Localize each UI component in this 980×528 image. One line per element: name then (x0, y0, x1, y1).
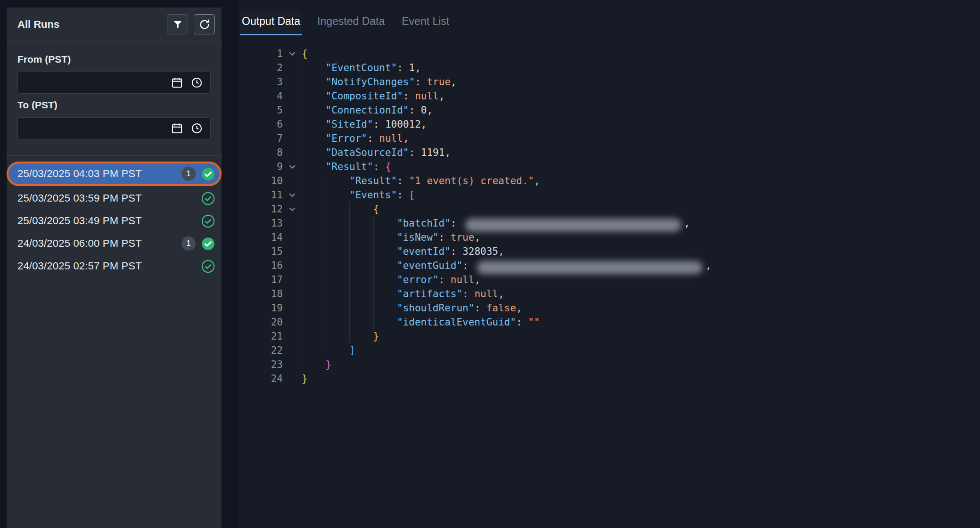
redacted-value-blur (465, 219, 681, 232)
code-text: "shouldRerun": false, (302, 301, 522, 315)
from-label: From (PST) (17, 54, 211, 65)
line-number: 19 (238, 301, 283, 315)
code-text: { (302, 202, 379, 216)
sidebar-title: All Runs (17, 18, 161, 31)
code-line: 17"error": null, (238, 273, 980, 287)
code-line: 2"EventCount": 1, (238, 61, 980, 75)
calendar-icon[interactable] (171, 122, 183, 135)
line-number: 8 (238, 146, 283, 160)
fold-spacer (283, 174, 302, 188)
fold-chevron-icon[interactable] (283, 188, 302, 202)
tab-output-data[interactable]: Output Data (240, 11, 302, 35)
code-text: "EventCount": 1, (302, 61, 421, 75)
line-number: 21 (238, 329, 283, 343)
code-text: "Error": null, (302, 131, 409, 146)
fold-spacer (283, 89, 302, 103)
code-line: 5"ConnectionId": 0, (238, 103, 980, 117)
run-list-item-selected[interactable]: 25/03/2025 04:03 PM PST1 (7, 162, 222, 186)
fold-spacer (283, 117, 302, 131)
line-number: 4 (238, 89, 283, 103)
fold-spacer (283, 230, 302, 244)
fold-spacer (283, 372, 302, 386)
line-number: 9 (238, 160, 283, 174)
status-check-icon (201, 167, 215, 181)
filter-button[interactable] (167, 14, 188, 34)
fold-spacer (283, 329, 302, 343)
tab-event-list[interactable]: Event List (400, 11, 451, 35)
fold-spacer (283, 216, 302, 230)
code-text: } (302, 372, 308, 386)
code-text: ] (302, 343, 355, 357)
line-number: 17 (238, 273, 283, 287)
line-number: 11 (238, 188, 283, 202)
run-timestamp: 24/03/2025 06:00 PM PST (17, 237, 142, 250)
code-line: 3"NotifyChanges": true, (238, 75, 980, 89)
fold-chevron-icon[interactable] (283, 47, 302, 61)
status-check-icon (201, 192, 215, 205)
fold-spacer (283, 259, 302, 273)
line-number: 7 (238, 131, 283, 146)
status-check-icon (201, 214, 215, 228)
json-output-viewer: 1{2"EventCount": 1,3"NotifyChanges": tru… (238, 47, 980, 386)
code-line: 9"Result": { (238, 160, 980, 174)
code-line: 8"DataSourceId": 1191, (238, 146, 980, 160)
line-number: 20 (238, 315, 283, 329)
to-date-input[interactable] (18, 123, 171, 134)
code-text: } (302, 329, 379, 343)
run-list-item[interactable]: 25/03/2025 03:59 PM PST (7, 187, 222, 210)
line-number: 6 (238, 117, 283, 131)
fold-spacer (283, 343, 302, 357)
code-line: 14"isNew": true, (238, 230, 980, 244)
code-text: "Events": [ (302, 188, 415, 202)
runs-sidebar: All Runs From (PST) To (PST) (7, 8, 222, 528)
fold-chevron-icon[interactable] (283, 160, 302, 174)
run-list-item[interactable]: 24/03/2025 02:57 PM PST (7, 255, 222, 277)
code-line: 4"CompositeId": null, (238, 89, 980, 103)
fold-spacer (283, 301, 302, 315)
sidebar-header: All Runs (7, 8, 222, 41)
line-number: 22 (238, 343, 283, 357)
code-line: 18"artifacts": null, (238, 287, 980, 301)
run-timestamp: 24/03/2025 02:57 PM PST (17, 260, 142, 272)
code-text: "DataSourceId": 1191, (302, 146, 451, 160)
line-number: 2 (238, 61, 283, 75)
date-filter-form: From (PST) To (PST) (7, 41, 222, 156)
fold-spacer (283, 75, 302, 89)
code-line: 20"identicalEventGuid": "" (238, 315, 980, 329)
calendar-icon[interactable] (171, 76, 183, 89)
line-number: 10 (238, 174, 283, 188)
code-line: 13"batchId": , (238, 216, 980, 230)
code-text: "Result": { (302, 160, 391, 174)
code-line: 19"shouldRerun": false, (238, 301, 980, 315)
code-line: 12{ (238, 202, 980, 216)
fold-spacer (283, 146, 302, 160)
filter-funnel-icon (173, 19, 183, 30)
code-line: 23} (238, 357, 980, 372)
code-text: "isNew": true, (302, 230, 480, 244)
fold-spacer (283, 61, 302, 75)
fold-chevron-icon[interactable] (283, 202, 302, 216)
code-text: "CompositeId": null, (302, 89, 445, 103)
from-date-input[interactable] (18, 77, 171, 88)
code-line: 10"Result": "1 event(s) created.", (238, 174, 980, 188)
line-number: 3 (238, 75, 283, 89)
run-list-item[interactable]: 25/03/2025 03:49 PM PST (7, 210, 222, 232)
fold-spacer (283, 357, 302, 372)
code-line: 16"eventGuid": , (238, 259, 980, 273)
tab-ingested-data[interactable]: Ingested Data (315, 11, 387, 35)
line-number: 1 (238, 47, 283, 61)
fold-spacer (283, 287, 302, 301)
run-list-item[interactable]: 24/03/2025 06:00 PM PST1 (7, 232, 222, 255)
clock-icon[interactable] (190, 122, 203, 135)
event-count-badge: 1 (181, 236, 196, 251)
code-text: "eventId": 328035, (302, 244, 504, 259)
code-line: 6"SiteId": 100012, (238, 117, 980, 131)
run-detail-panel: Output DataIngested DataEvent List 1{2"E… (238, 0, 980, 528)
line-number: 24 (238, 372, 283, 386)
status-check-icon (201, 260, 215, 273)
refresh-button[interactable] (194, 14, 215, 34)
code-line: 11"Events": [ (238, 188, 980, 202)
event-count-badge: 1 (181, 167, 196, 181)
clock-icon[interactable] (190, 76, 203, 89)
status-check-icon (201, 237, 215, 251)
